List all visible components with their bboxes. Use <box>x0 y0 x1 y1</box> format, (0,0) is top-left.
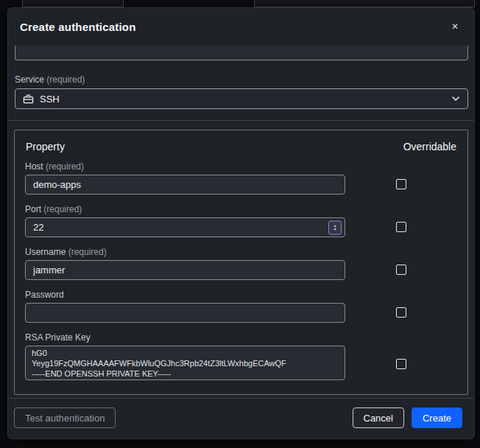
rsa-private-key-textarea[interactable]: hG0 Yeyg19FzQMGHAAAAFWFkbWluQGJhc3Rpb24t… <box>25 346 345 380</box>
test-authentication-button[interactable]: Test authentication <box>14 407 116 428</box>
chevron-down-icon <box>451 96 460 102</box>
host-label: Host (required) <box>25 161 345 172</box>
overridable-checkbox-rsa-private-key[interactable] <box>396 359 406 369</box>
create-button[interactable]: Create <box>412 407 462 428</box>
overridable-checkbox-host[interactable] <box>396 179 406 189</box>
background-toolbar-item <box>22 0 124 7</box>
close-button[interactable]: ✕ <box>446 18 464 35</box>
service-label: Service (required) <box>15 74 468 85</box>
host-input[interactable] <box>25 175 345 195</box>
modal-footer: Test authentication Cancel Create <box>8 398 474 438</box>
panel-header: Property Overridable <box>26 141 456 153</box>
modal-title: Create authentication <box>20 21 446 33</box>
username-label: Username (required) <box>25 247 345 257</box>
field-row-password: Password <box>25 290 457 323</box>
service-select-value: SSH <box>40 94 60 105</box>
port-input[interactable] <box>25 217 345 237</box>
field-row-rsa-private-key: RSA Private Key hG0 Yeyg19FzQMGHAAAAFWFk… <box>25 332 457 383</box>
scrolled-field-input[interactable] <box>15 46 468 60</box>
create-authentication-modal: Create authentication ✕ Service (require… <box>7 7 475 439</box>
cancel-button[interactable]: Cancel <box>353 407 404 428</box>
overridable-checkbox-password[interactable] <box>396 307 406 318</box>
property-header-label: Property <box>26 141 65 153</box>
username-input[interactable] <box>25 260 345 280</box>
overridable-checkbox-port[interactable] <box>396 222 406 232</box>
section-divider <box>8 120 474 121</box>
service-select[interactable]: SSH <box>15 88 468 109</box>
close-icon: ✕ <box>451 21 459 32</box>
field-row-host: Host (required) <box>25 161 457 195</box>
port-label: Port (required) <box>25 204 345 214</box>
overridable-header-label: Overridable <box>403 141 456 153</box>
briefcase-icon <box>23 94 34 105</box>
property-panel: Property Overridable Host (required) <box>14 130 468 395</box>
password-label: Password <box>25 290 345 300</box>
field-row-username: Username (required) <box>25 247 457 280</box>
background-toolbar-item <box>254 0 475 7</box>
field-row-port: Port (required) ▴ ▾ <box>25 204 457 237</box>
modal-header: Create authentication ✕ <box>8 8 474 43</box>
rsa-private-key-label: RSA Private Key <box>25 332 345 343</box>
modal-content: Service (required) SSH Property <box>8 43 474 398</box>
password-input[interactable] <box>25 303 345 323</box>
overridable-checkbox-username[interactable] <box>396 265 406 275</box>
number-stepper-icon[interactable]: ▴ ▾ <box>328 220 342 234</box>
